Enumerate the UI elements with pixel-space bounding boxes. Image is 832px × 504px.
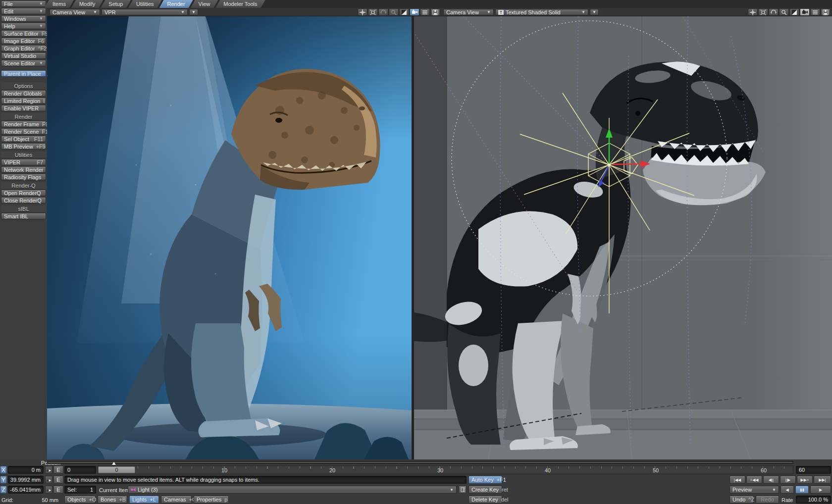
left-view-type-dropdown[interactable]: Camera View▼ <box>50 9 100 15</box>
nudge-right-icon: ▶ <box>49 468 52 472</box>
timeline-slider-handle[interactable]: 0 <box>98 466 135 473</box>
right-view-type-dropdown[interactable]: Camera View▼ <box>443 9 494 15</box>
current-item-label: Current Item <box>99 487 129 493</box>
objects-button[interactable]: Objects+O <box>64 496 96 504</box>
save-icon[interactable] <box>821 8 831 16</box>
pan-icon[interactable] <box>358 8 367 16</box>
tab-modeler-tools[interactable]: Modeler Tools <box>215 0 265 8</box>
render-frame-button[interactable]: Render FrameF9 <box>1 121 46 127</box>
open-renderq-button[interactable]: Open RenderQ <box>1 190 46 196</box>
left-render-mode-dropdown[interactable]: VPR▼ <box>102 9 188 15</box>
zoom-icon[interactable] <box>389 8 399 16</box>
status-bar: Drag mouse in view to move selected item… <box>64 476 467 484</box>
viper-button[interactable]: VIPERF7 <box>1 159 46 165</box>
mb-preview-button[interactable]: MB Preview+F9 <box>1 143 46 150</box>
x-axis-button[interactable]: X <box>0 466 7 474</box>
menu-icon[interactable] <box>420 8 430 16</box>
twist-icon[interactable] <box>769 8 779 16</box>
previous-keyframe-button[interactable]: +◀◀ <box>746 476 762 484</box>
twist-icon[interactable] <box>378 8 388 16</box>
current-item-dropdown[interactable]: Light (3) ▼ <box>128 486 457 494</box>
x-position-field[interactable]: 0 m <box>8 466 44 474</box>
right-viewport-opengl[interactable] <box>414 16 832 459</box>
y-nudge-control[interactable]: ◀▶ <box>45 476 52 484</box>
maximize-icon[interactable] <box>399 8 409 16</box>
play-button[interactable]: ▶ <box>810 486 831 494</box>
graph-editor-button[interactable]: Graph Editor^F2 <box>1 45 46 51</box>
go-to-start-button[interactable]: |◀◀ <box>729 476 745 484</box>
right-viewport-extra-dropdown[interactable]: ▼ <box>590 9 599 15</box>
tab-utilities[interactable]: Utilities <box>128 0 161 8</box>
undo-button[interactable]: Undo^Z <box>729 496 754 504</box>
timeline-ruler[interactable]: 10 20 30 40 50 60 0 <box>98 465 793 474</box>
camera-icon[interactable] <box>800 8 810 16</box>
x-nudge-control[interactable]: ◀▶ <box>45 466 52 474</box>
left-viewport-vpr-render[interactable] <box>47 16 412 459</box>
y-axis-button[interactable]: Y <box>0 476 7 484</box>
tab-items[interactable]: Items <box>45 0 74 8</box>
selection-count-field[interactable]: Sel:1 <box>64 486 96 494</box>
step-forward-button[interactable]: ||▶ <box>780 476 796 484</box>
pan-icon[interactable] <box>748 8 758 16</box>
redo-button[interactable]: Redo <box>756 496 779 504</box>
current-frame-field[interactable]: 0 <box>64 466 96 474</box>
right-render-mode-dropdown[interactable]: T Textured Shaded Solid▼ <box>495 9 588 15</box>
z-axis-button[interactable]: Z <box>0 486 7 494</box>
tab-render[interactable]: Render <box>159 0 193 8</box>
y-envelope-button[interactable]: E <box>53 476 63 484</box>
render-scene-button[interactable]: Render SceneF10 <box>1 128 46 135</box>
rate-field[interactable]: 100.0 % <box>796 496 831 504</box>
menu-help[interactable]: Help▼ <box>1 23 46 29</box>
pause-button[interactable]: ▮▮ <box>795 486 809 494</box>
tab-view[interactable]: View <box>191 0 218 8</box>
rotate-icon[interactable] <box>758 8 768 16</box>
play-reverse-button[interactable]: ◀ <box>780 486 794 494</box>
render-globals-button[interactable]: Render Globals <box>1 90 46 97</box>
viewport-scrollbar[interactable] <box>47 461 793 464</box>
parent-in-place-button[interactable]: Parent in Place <box>1 70 46 77</box>
rotate-icon[interactable] <box>368 8 378 16</box>
y-position-field[interactable]: 39.9992 mm <box>8 476 44 484</box>
enable-viper-button[interactable]: Enable VIPER <box>1 105 46 111</box>
tab-modify[interactable]: Modify <box>71 0 103 8</box>
tab-setup[interactable]: Setup <box>101 0 131 8</box>
limited-region-button[interactable]: Limited Regionl <box>1 98 46 104</box>
sel-object-button[interactable]: Sel ObjectF11 <box>1 136 46 142</box>
bones-button[interactable]: Bones+B <box>98 496 127 504</box>
maximize-icon[interactable] <box>789 8 799 16</box>
item-list-icon[interactable] <box>459 486 467 494</box>
menu-file[interactable]: File▼ <box>1 0 46 7</box>
preview-dropdown[interactable]: Preview▼ <box>729 486 779 494</box>
next-keyframe-button[interactable]: ▶▶+ <box>797 476 813 484</box>
z-nudge-control[interactable]: ◀▶ <box>45 486 52 494</box>
radiosity-flags-button[interactable]: Radiosity Flags <box>1 174 46 180</box>
end-frame-field[interactable]: 60 <box>796 466 831 474</box>
step-back-button[interactable]: ◀|| <box>763 476 779 484</box>
lights-button[interactable]: Lights+L <box>129 496 159 504</box>
cameras-button[interactable]: Cameras+C <box>161 496 192 504</box>
properties-button[interactable]: Propertiesp <box>194 496 229 504</box>
grid-label: Grid: <box>1 497 13 503</box>
auto-key-button[interactable]: Auto Key+F1 <box>468 476 502 484</box>
menu-windows[interactable]: Windows▼ <box>1 15 46 22</box>
image-editor-button[interactable]: Image EditorF6 <box>1 38 46 44</box>
surface-editor-button[interactable]: Surface EditorF5 <box>1 30 46 37</box>
scene-editor-button[interactable]: Scene Editor▼ <box>1 60 46 66</box>
zoom-icon[interactable] <box>779 8 789 16</box>
virtual-studio-button[interactable]: Virtual Studio <box>1 52 46 59</box>
left-viewport-extra-dropdown[interactable]: ▼ <box>189 9 198 15</box>
close-renderq-button[interactable]: Close RenderQ <box>1 197 46 203</box>
go-to-end-button[interactable]: ▶▶| <box>814 476 831 484</box>
smart-ibl-button[interactable]: Smart IBL <box>1 213 46 219</box>
camera-icon[interactable] <box>410 8 419 16</box>
chevron-down-icon: ▼ <box>446 488 454 492</box>
x-envelope-button[interactable]: E <box>53 466 63 474</box>
menu-edit[interactable]: Edit▼ <box>1 8 46 14</box>
z-position-field[interactable]: -65.0419mm <box>8 486 44 494</box>
network-render-button[interactable]: Network Render <box>1 166 46 173</box>
create-key-button[interactable]: Create Keyret <box>468 486 502 494</box>
save-icon[interactable] <box>430 8 440 16</box>
z-envelope-button[interactable]: E <box>53 486 63 494</box>
delete-key-button[interactable]: Delete Keydel <box>468 496 502 504</box>
menu-icon[interactable] <box>810 8 820 16</box>
